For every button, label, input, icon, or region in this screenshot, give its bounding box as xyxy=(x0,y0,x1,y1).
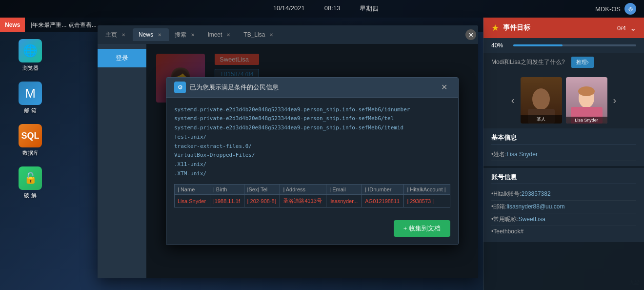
browser-main: 👩 SweetLisa TB15874784 ♡ 唱歌 ✂ 教 xyxy=(146,44,478,278)
browser-content: 登录 👩 SweetLisa TB15874784 ♡ 唱歌 xyxy=(98,44,478,278)
svg-point-0 xyxy=(532,88,550,110)
prev-portrait-button[interactable]: ‹ xyxy=(509,93,517,108)
portrait-unknown: 某人 xyxy=(521,77,562,124)
basic-info-title: 基本信息 xyxy=(491,133,636,145)
tab-news-label: News xyxy=(139,31,153,38)
next-portrait-button[interactable]: › xyxy=(611,93,619,108)
info-name-value: Lisa Snyder xyxy=(507,151,538,158)
col-sex-tel: |Sex| Tel xyxy=(244,185,280,195)
tab-news[interactable]: News ✕ xyxy=(133,28,169,41)
tab-search-close[interactable]: ✕ xyxy=(189,32,196,38)
portrait-lisa: Lisa Snyder xyxy=(566,77,607,124)
data-line-8: .XTM-unix/ xyxy=(174,169,450,179)
browser-window: 主页 ✕ News ✕ 搜索 ✕ imeet ✕ TB_Lisa ✕ ✕ xyxy=(98,25,478,278)
col-name: | Name xyxy=(175,185,210,195)
browser-label: 浏览器 xyxy=(22,64,39,72)
modal-title: 已为您展示满足条件的公民信息 xyxy=(190,83,279,92)
modal-overlay: ⚙ 已为您展示满足条件的公民信息 ✕ systemd-private-e2d3d… xyxy=(146,44,478,278)
info-hitalk-row: •Hitalk账号:293857382 xyxy=(491,188,636,201)
mail-icon-item[interactable]: M 邮 箱 xyxy=(15,82,46,114)
citizen-info-modal: ⚙ 已为您展示满足条件的公民信息 ✕ systemd-private-e2d3d… xyxy=(166,77,459,246)
cell-name: Lisa Snyder xyxy=(175,195,210,207)
news-label: News xyxy=(0,18,25,32)
browser-sidebar: 登录 xyxy=(98,44,146,278)
info-email-value: lisasnyder88@uu.com xyxy=(507,203,565,210)
info-teethbook-row: •Teethbook# xyxy=(491,226,636,237)
modal-title-area: ⚙ 已为您展示满足条件的公民信息 xyxy=(174,82,279,93)
infer-button[interactable]: 推理› xyxy=(571,57,594,68)
cell-birth: |1988.11.1f xyxy=(210,195,244,207)
news-content: |年来最严重... 点击查看... xyxy=(25,21,96,29)
cell-tel: | 202-908-8| xyxy=(244,195,280,207)
modal-app-icon: ⚙ xyxy=(174,82,186,93)
tab-imeet[interactable]: imeet ✕ xyxy=(202,28,238,41)
tab-search-label: 搜索 xyxy=(175,31,186,39)
crack-label: 破 解 xyxy=(24,192,36,199)
event-target-left: ★ 事件目标 xyxy=(491,22,530,33)
progress-track xyxy=(513,44,636,46)
event-target-title: 事件目标 xyxy=(503,23,530,32)
tab-tb-lisa-close[interactable]: ✕ xyxy=(268,32,275,38)
tab-imeet-label: imeet xyxy=(208,31,222,38)
table-row: Lisa Snyder |1988.11.1f | 202-908-8| 圣洛迪… xyxy=(175,195,450,207)
desktop: PRIORD 10/14/2021 08:13 星期四 MDK-OS ◎ New… xyxy=(0,0,644,290)
star-icon: ★ xyxy=(491,22,499,33)
progress-row: 40% xyxy=(483,38,644,53)
tab-news-close[interactable]: ✕ xyxy=(156,32,163,38)
system-data-lines: systemd-private-e2d3d4b20e848g523344ea9-… xyxy=(174,105,450,179)
col-birth: | Birth xyxy=(210,185,244,195)
tab-search[interactable]: 搜索 ✕ xyxy=(169,28,202,42)
portrait-unknown-label: 某人 xyxy=(521,115,562,124)
weekday-display: 星期四 xyxy=(360,4,379,13)
tab-home-close[interactable]: ✕ xyxy=(120,32,127,38)
tab-home[interactable]: 主页 ✕ xyxy=(100,28,133,42)
crack-icon: 🔓 xyxy=(19,166,42,190)
info-email-row: •邮箱:lisasnyder88@uu.com xyxy=(491,201,636,213)
col-idnumber: | IDnumber xyxy=(362,185,404,195)
close-all-tabs[interactable]: ✕ xyxy=(465,29,476,40)
portrait-lisa-label: Lisa Snyder xyxy=(566,117,607,124)
data-line-1: systemd-private-e2d3d4b20e848g523344ea9-… xyxy=(174,105,450,115)
cell-hitalk: | 2938573 | xyxy=(404,195,450,207)
data-line-3: systemd-private-e2d3d4b20e848g523344ea9-… xyxy=(174,124,450,133)
desktop-icons: 🌐 浏览器 M 邮 箱 SQL 数据库 🔓 破 解 xyxy=(15,39,46,199)
event-target-right: 0/4 ⌄ xyxy=(617,23,636,33)
mail-label: 邮 箱 xyxy=(24,107,36,114)
data-line-7: .X11-unix/ xyxy=(174,160,450,169)
tab-bar: 主页 ✕ News ✕ 搜索 ✕ imeet ✕ TB_Lisa ✕ ✕ xyxy=(98,25,478,44)
os-label: MDK-OS xyxy=(595,5,621,13)
database-icon-item[interactable]: SQL 数据库 xyxy=(15,124,46,157)
portraits-row: ‹ 某人 Lisa Snyder xyxy=(483,72,644,128)
modal-close-button[interactable]: ✕ xyxy=(438,82,450,93)
cell-idnumber: AG012198811 xyxy=(362,195,404,207)
collect-btn-area: + 收集到文档 xyxy=(166,215,458,245)
tab-tb-lisa[interactable]: TB_Lisa ✕ xyxy=(238,28,281,41)
modal-body: systemd-private-e2d3d4b20e848g523344ea9-… xyxy=(166,98,458,216)
question-text: Modi和Lisa之间发生了什么? xyxy=(491,59,565,65)
database-label: 数据库 xyxy=(22,149,39,157)
tab-imeet-close[interactable]: ✕ xyxy=(225,32,232,38)
browser-icon-item[interactable]: 🌐 浏览器 xyxy=(15,39,46,72)
modal-header: ⚙ 已为您展示满足条件的公民信息 ✕ xyxy=(166,78,458,98)
database-icon: SQL xyxy=(19,124,42,147)
mdk-logo: ◎ xyxy=(624,3,636,15)
col-hitalk: | HitalkAccount | xyxy=(404,185,450,195)
info-hitalk-value: 293857382 xyxy=(522,190,551,197)
tab-tb-lisa-label: TB_Lisa xyxy=(243,31,265,38)
citizen-data-table: | Name | Birth |Sex| Tel | Address | Ema… xyxy=(174,184,450,207)
col-email: | Email xyxy=(326,185,362,195)
right-panel: ★ 事件目标 0/4 ⌄ 40% Modi和Lisa之间发生了什么? 推理› ‹ xyxy=(483,18,644,290)
progress-percent: 40% xyxy=(491,42,508,49)
topbar: 10/14/2021 08:13 星期四 MDK-OS ◎ xyxy=(0,0,644,18)
browser-icon: 🌐 xyxy=(19,39,42,62)
expand-icon[interactable]: ⌄ xyxy=(630,23,636,33)
question-row: Modi和Lisa之间发生了什么? 推理› xyxy=(483,53,644,72)
svg-point-4 xyxy=(578,86,595,96)
data-line-2: systemd-private-e2d3d4b20e848g523344ea9-… xyxy=(174,114,450,124)
sidebar-login-tab[interactable]: 登录 xyxy=(98,49,146,67)
cell-address: 圣洛迪路4113号 xyxy=(280,195,326,207)
collect-to-document-button[interactable]: + 收集到文档 xyxy=(394,220,450,237)
crack-icon-item[interactable]: 🔓 破 解 xyxy=(15,166,46,199)
date-display: 10/14/2021 xyxy=(273,4,305,13)
info-name-row: •姓名:Lisa Snyder xyxy=(491,148,636,161)
